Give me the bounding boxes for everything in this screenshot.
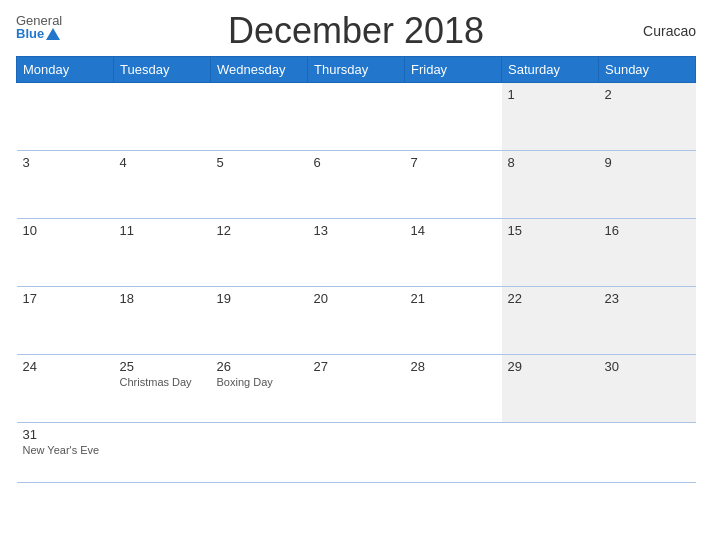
calendar-event: New Year's Eve xyxy=(23,444,108,456)
day-number: 4 xyxy=(120,155,205,170)
calendar-event: Christmas Day xyxy=(120,376,205,388)
day-number: 9 xyxy=(605,155,690,170)
calendar-day-cell xyxy=(405,83,502,151)
country-label: Curacao xyxy=(643,23,696,39)
calendar-day-cell: 18 xyxy=(114,287,211,355)
calendar-day-cell xyxy=(502,423,599,483)
day-number: 23 xyxy=(605,291,690,306)
calendar-day-cell: 14 xyxy=(405,219,502,287)
day-number: 31 xyxy=(23,427,108,442)
calendar-week-row: 3456789 xyxy=(17,151,696,219)
calendar-day-cell: 12 xyxy=(211,219,308,287)
day-number: 27 xyxy=(314,359,399,374)
calendar-day-cell: 5 xyxy=(211,151,308,219)
day-number: 19 xyxy=(217,291,302,306)
calendar-day-cell: 21 xyxy=(405,287,502,355)
logo-triangle-icon xyxy=(46,28,60,40)
calendar-day-cell: 23 xyxy=(599,287,696,355)
day-number: 1 xyxy=(508,87,593,102)
day-number: 10 xyxy=(23,223,108,238)
day-number: 12 xyxy=(217,223,302,238)
weekday-monday: Monday xyxy=(17,57,114,83)
calendar-day-cell: 25Christmas Day xyxy=(114,355,211,423)
calendar-day-cell: 11 xyxy=(114,219,211,287)
calendar-day-cell: 27 xyxy=(308,355,405,423)
calendar-day-cell: 7 xyxy=(405,151,502,219)
calendar-day-cell: 4 xyxy=(114,151,211,219)
calendar-day-cell: 29 xyxy=(502,355,599,423)
day-number: 3 xyxy=(23,155,108,170)
calendar-day-cell: 13 xyxy=(308,219,405,287)
day-number: 15 xyxy=(508,223,593,238)
calendar-week-row: 31New Year's Eve xyxy=(17,423,696,483)
calendar-day-cell xyxy=(211,83,308,151)
calendar-day-cell: 31New Year's Eve xyxy=(17,423,114,483)
calendar-day-cell: 6 xyxy=(308,151,405,219)
weekday-tuesday: Tuesday xyxy=(114,57,211,83)
day-number: 26 xyxy=(217,359,302,374)
logo-blue-text: Blue xyxy=(16,27,44,40)
day-number: 6 xyxy=(314,155,399,170)
calendar-day-cell: 2 xyxy=(599,83,696,151)
day-number: 25 xyxy=(120,359,205,374)
calendar-day-cell: 8 xyxy=(502,151,599,219)
day-number: 29 xyxy=(508,359,593,374)
calendar-week-row: 12 xyxy=(17,83,696,151)
calendar-week-row: 2425Christmas Day26Boxing Day27282930 xyxy=(17,355,696,423)
calendar-day-cell: 1 xyxy=(502,83,599,151)
day-number: 24 xyxy=(23,359,108,374)
calendar-day-cell: 3 xyxy=(17,151,114,219)
weekday-header-row: MondayTuesdayWednesdayThursdayFridaySatu… xyxy=(17,57,696,83)
calendar-day-cell xyxy=(599,423,696,483)
calendar-day-cell xyxy=(114,423,211,483)
calendar-day-cell: 19 xyxy=(211,287,308,355)
day-number: 21 xyxy=(411,291,496,306)
calendar-day-cell: 26Boxing Day xyxy=(211,355,308,423)
day-number: 17 xyxy=(23,291,108,306)
day-number: 18 xyxy=(120,291,205,306)
day-number: 20 xyxy=(314,291,399,306)
logo: General Blue xyxy=(16,14,62,40)
calendar-day-cell xyxy=(211,423,308,483)
calendar-week-row: 10111213141516 xyxy=(17,219,696,287)
day-number: 13 xyxy=(314,223,399,238)
calendar-day-cell xyxy=(308,83,405,151)
calendar-table: MondayTuesdayWednesdayThursdayFridaySatu… xyxy=(16,56,696,483)
calendar-day-cell: 17 xyxy=(17,287,114,355)
weekday-thursday: Thursday xyxy=(308,57,405,83)
day-number: 22 xyxy=(508,291,593,306)
calendar-day-cell xyxy=(17,83,114,151)
calendar-week-row: 17181920212223 xyxy=(17,287,696,355)
calendar-day-cell: 30 xyxy=(599,355,696,423)
calendar-day-cell xyxy=(405,423,502,483)
day-number: 7 xyxy=(411,155,496,170)
calendar-day-cell: 10 xyxy=(17,219,114,287)
calendar-day-cell: 20 xyxy=(308,287,405,355)
day-number: 16 xyxy=(605,223,690,238)
weekday-sunday: Sunday xyxy=(599,57,696,83)
day-number: 8 xyxy=(508,155,593,170)
day-number: 28 xyxy=(411,359,496,374)
day-number: 2 xyxy=(605,87,690,102)
weekday-wednesday: Wednesday xyxy=(211,57,308,83)
calendar-day-cell xyxy=(308,423,405,483)
day-number: 5 xyxy=(217,155,302,170)
calendar-day-cell: 28 xyxy=(405,355,502,423)
month-title: December 2018 xyxy=(228,10,484,52)
weekday-friday: Friday xyxy=(405,57,502,83)
calendar-day-cell: 22 xyxy=(502,287,599,355)
calendar-day-cell: 16 xyxy=(599,219,696,287)
day-number: 11 xyxy=(120,223,205,238)
calendar-day-cell: 15 xyxy=(502,219,599,287)
calendar-day-cell: 9 xyxy=(599,151,696,219)
day-number: 30 xyxy=(605,359,690,374)
calendar-day-cell xyxy=(114,83,211,151)
weekday-saturday: Saturday xyxy=(502,57,599,83)
calendar-event: Boxing Day xyxy=(217,376,302,388)
calendar-day-cell: 24 xyxy=(17,355,114,423)
day-number: 14 xyxy=(411,223,496,238)
calendar-header: General Blue December 2018 Curacao xyxy=(16,10,696,52)
